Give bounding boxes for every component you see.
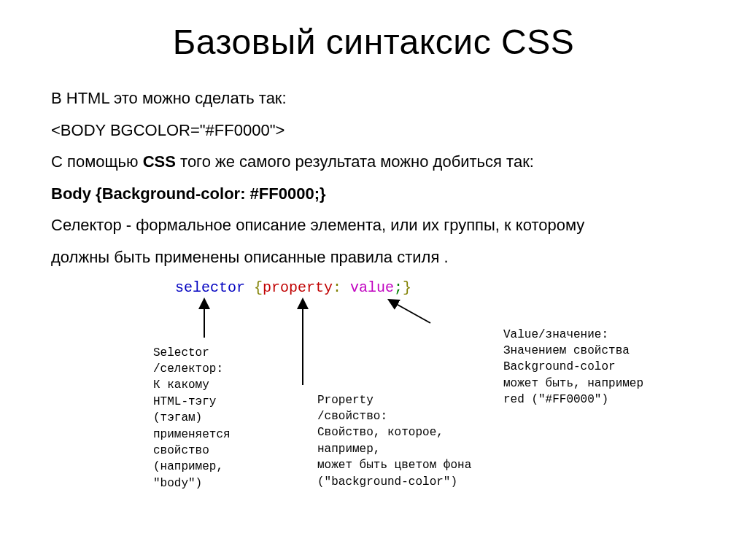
syntax-line: selector {property: value;} [175, 279, 411, 296]
svg-line-2 [392, 302, 430, 323]
slide: Базовый синтаксис CSS В HTML это можно с… [0, 0, 747, 560]
intro-line-3-bold: CSS [143, 152, 176, 171]
token-semicolon: ; [394, 279, 403, 296]
intro-line-2: <BODY BGCOLOR="#FF0000"> [51, 116, 703, 145]
desc-selector: Selector /селектор: К какому HTML-тэгу (… [153, 345, 292, 492]
slide-title: Базовый синтаксис CSS [44, 22, 703, 62]
arrow-value-icon [387, 298, 445, 327]
token-colon: : [333, 279, 341, 296]
intro-line-3-suffix: того же самого результата можно добиться… [176, 152, 534, 171]
arrow-selector-icon [193, 298, 215, 341]
intro-line-1: В HTML это можно сделать так: [51, 84, 703, 113]
token-property: property [263, 279, 333, 296]
syntax-diagram: selector {property: value;} Selector /се… [153, 279, 703, 520]
intro-line-5: Селектор - формальное описание элемента,… [51, 211, 703, 240]
desc-value: Value/значение: Значением свойства Backg… [503, 327, 693, 408]
desc-property: Property /свойство: Свойство, которое, н… [317, 392, 496, 490]
body-text: В HTML это можно сделать так: <BODY BGCO… [51, 84, 703, 272]
intro-line-3: С помощью CSS того же самого результата … [51, 147, 703, 176]
token-selector: selector [175, 279, 245, 296]
intro-line-3-prefix: С помощью [51, 152, 143, 171]
intro-line-4: Body {Background-color: #FF0000;} [51, 179, 703, 209]
token-brace-close: } [403, 279, 411, 296]
arrow-property-icon [292, 298, 314, 389]
token-value: value [341, 279, 394, 296]
token-brace-open: { [254, 279, 263, 296]
intro-line-6: должны быть применены описанные правила … [51, 243, 703, 272]
